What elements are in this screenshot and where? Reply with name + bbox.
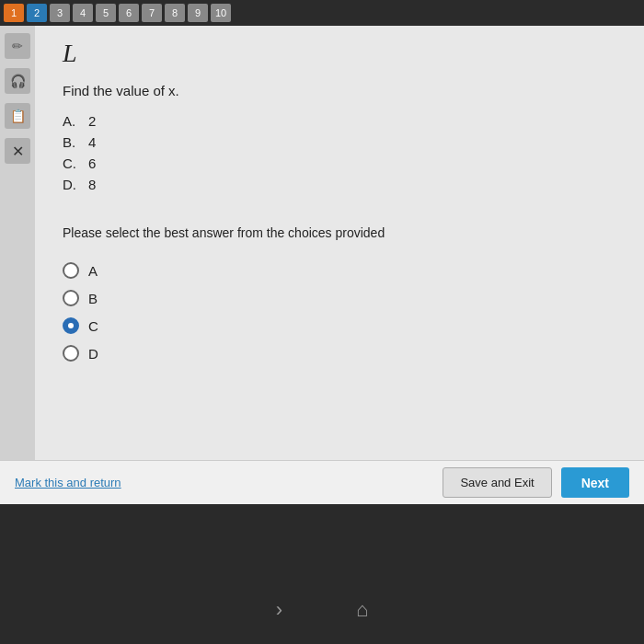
save-exit-button[interactable]: Save and Exit <box>443 467 551 498</box>
radio-option-b[interactable]: B <box>63 290 616 306</box>
question-num-9[interactable]: 9 <box>188 4 208 22</box>
question-num-7[interactable]: 7 <box>142 4 162 22</box>
left-sidebar: ✏ 🎧 📋 ✕ <box>0 26 35 486</box>
choice-c-value: 6 <box>88 155 96 171</box>
radio-label-c: C <box>88 318 98 334</box>
radio-circle-d <box>63 345 79 362</box>
home-icon[interactable]: ⌂ <box>356 598 368 622</box>
choice-d-label: D. <box>63 177 81 192</box>
question-num-4[interactable]: 4 <box>73 4 93 22</box>
next-button[interactable]: Next <box>561 467 629 498</box>
question-num-5[interactable]: 5 <box>96 4 116 22</box>
answer-choices: A. 2 B. 4 C. 6 D. 8 <box>35 113 644 216</box>
question-header: L <box>35 26 644 75</box>
question-num-10[interactable]: 10 <box>211 4 231 22</box>
pencil-icon[interactable]: ✏ <box>5 33 30 59</box>
radio-options: A B C D <box>35 259 644 371</box>
radio-option-d[interactable]: D <box>63 345 616 362</box>
question-nav-bar: 1 2 3 4 5 6 7 8 9 10 <box>0 0 644 26</box>
choice-b-label: B. <box>63 134 81 150</box>
question-num-2[interactable]: 2 <box>27 4 47 22</box>
chevron-right-icon[interactable]: › <box>276 598 282 622</box>
choice-c: C. 6 <box>63 155 616 171</box>
radio-label-d: D <box>88 346 98 362</box>
calculator-icon[interactable]: 📋 <box>5 103 30 129</box>
dark-bottom-area: › ⌂ <box>0 504 644 644</box>
question-num-3[interactable]: 3 <box>50 4 70 22</box>
radio-circle-a <box>63 262 79 279</box>
choice-a-label: A. <box>63 113 81 129</box>
radio-label-b: B <box>88 291 98 306</box>
choice-d: D. 8 <box>63 177 616 192</box>
choice-b: B. 4 <box>63 134 616 150</box>
choice-a-value: 2 <box>88 113 96 129</box>
choice-d-value: 8 <box>88 177 96 192</box>
choice-a: A. 2 <box>63 113 616 129</box>
radio-circle-c <box>63 317 79 334</box>
main-content-area: L Find the value of x. A. 2 B. 4 C. 6 D.… <box>35 26 644 460</box>
bottom-action-bar: Mark this and return Save and Exit Next <box>0 460 644 504</box>
question-num-1[interactable]: 1 <box>4 4 24 22</box>
bottom-buttons-group: Save and Exit Next <box>443 467 629 498</box>
instruction-text: Please select the best answer from the c… <box>35 216 644 259</box>
bottom-nav-icons: › ⌂ <box>276 598 369 622</box>
question-num-6[interactable]: 6 <box>119 4 139 22</box>
radio-option-c[interactable]: C <box>63 317 616 334</box>
radio-option-a[interactable]: A <box>63 262 616 279</box>
radio-label-a: A <box>88 263 98 279</box>
question-num-8[interactable]: 8 <box>165 4 185 22</box>
question-text: Find the value of x. <box>35 75 644 113</box>
mark-return-button[interactable]: Mark this and return <box>15 476 121 489</box>
close-sidebar-icon[interactable]: ✕ <box>5 138 30 164</box>
headphones-icon[interactable]: 🎧 <box>5 68 30 94</box>
choice-b-value: 4 <box>88 134 96 150</box>
choice-c-label: C. <box>63 155 81 171</box>
radio-circle-b <box>63 290 79 306</box>
